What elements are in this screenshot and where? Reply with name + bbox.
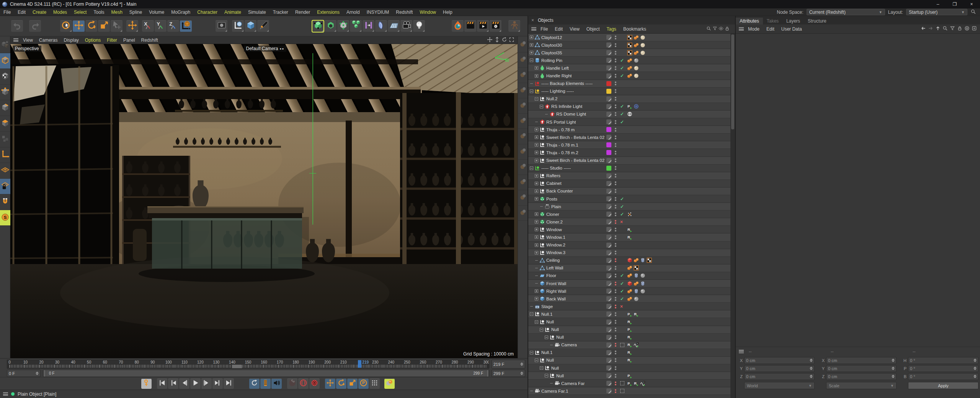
- object-row[interactable]: WindowR: [528, 226, 735, 233]
- spline-pen-button[interactable]: [257, 20, 269, 32]
- playhead[interactable]: 219: [358, 360, 369, 368]
- object-row[interactable]: Rafters: [528, 172, 735, 180]
- objects-menu-view[interactable]: View: [566, 26, 583, 32]
- goto-end-button[interactable]: [224, 378, 234, 389]
- tab-attributes[interactable]: Attributes: [736, 18, 763, 24]
- phong-tag-icon[interactable]: [627, 65, 632, 71]
- layer-color-box[interactable]: [606, 350, 611, 355]
- pan-view-icon[interactable]: [487, 37, 493, 44]
- visibility-dots[interactable]: [615, 181, 616, 185]
- object-row[interactable]: Posts✓: [528, 195, 735, 203]
- object-name[interactable]: Stage: [541, 304, 553, 309]
- viewport-camera-label[interactable]: Default Camera●●: [244, 46, 287, 52]
- visibility-dots[interactable]: [615, 374, 616, 378]
- visibility-dots[interactable]: [615, 82, 616, 85]
- object-row[interactable]: Floor✓: [528, 272, 735, 280]
- object-row[interactable]: Back Counter: [528, 188, 735, 195]
- viewport-view-label[interactable]: Perspective: [13, 46, 41, 52]
- coord-field-x[interactable]: 0 cm: [826, 357, 897, 364]
- object-row[interactable]: Left Wall: [528, 264, 735, 272]
- search-icon[interactable]: [706, 26, 711, 32]
- menu-mograph[interactable]: MoGraph: [168, 10, 194, 15]
- menu-modes[interactable]: Modes: [50, 10, 70, 15]
- edges-mode-button[interactable]: [0, 100, 10, 116]
- visibility-dots[interactable]: [615, 151, 616, 155]
- phong-tag-icon[interactable]: [634, 50, 639, 55]
- menu-tools[interactable]: Tools: [90, 10, 108, 15]
- render-region-button[interactable]: [216, 20, 227, 32]
- object-row[interactable]: Window.3: [528, 249, 735, 257]
- object-name[interactable]: Window.3: [546, 250, 565, 255]
- visibility-dots[interactable]: [615, 305, 616, 308]
- coord-field-y[interactable]: 0 cm: [826, 365, 897, 372]
- expand-toggle[interactable]: [535, 220, 538, 223]
- object-name[interactable]: Handle Left: [546, 66, 569, 70]
- tab-layers[interactable]: Layers: [782, 18, 804, 24]
- object-name[interactable]: Handle Right: [546, 73, 572, 78]
- object-row[interactable]: Camera Far.1: [528, 387, 735, 395]
- objects-menu-edit[interactable]: Edit: [551, 26, 566, 32]
- object-row[interactable]: ----- Lighting -----: [528, 88, 735, 95]
- layer-color-box[interactable]: [606, 166, 611, 171]
- world-dropdown[interactable]: World▼: [744, 382, 815, 389]
- expand-toggle[interactable]: [530, 312, 533, 316]
- lock-icon[interactable]: [725, 26, 730, 32]
- move-tool-button[interactable]: [73, 20, 85, 32]
- enabled-check-icon[interactable]: ✓: [620, 111, 624, 117]
- object-name[interactable]: Null.1: [541, 312, 552, 316]
- range-grip-right[interactable]: [486, 370, 489, 377]
- layer-color-box[interactable]: [606, 119, 611, 124]
- layer-color-box[interactable]: [606, 296, 611, 301]
- redshift-button[interactable]: [452, 20, 464, 32]
- lock-y-axis-button[interactable]: Y: [155, 20, 167, 32]
- object-row[interactable]: Null.1PR: [528, 310, 735, 318]
- object-row[interactable]: Stage×: [528, 303, 735, 310]
- menu-character[interactable]: Character: [194, 10, 221, 15]
- ptag-tag-icon[interactable]: P: [627, 327, 632, 332]
- rtag-tag-icon[interactable]: R: [627, 319, 632, 325]
- expand-toggle[interactable]: [535, 235, 538, 239]
- object-row[interactable]: Handle Right✓: [528, 72, 735, 80]
- layer-color-box[interactable]: [606, 58, 611, 63]
- visibility-dots[interactable]: [615, 220, 616, 224]
- layer-color-box[interactable]: [606, 35, 611, 40]
- visibility-dots[interactable]: [615, 235, 616, 239]
- uvw-tag-icon[interactable]: [627, 35, 632, 40]
- object-name[interactable]: Right Wall: [546, 289, 566, 294]
- sculpt-tool-6-button[interactable]: [518, 114, 528, 129]
- object-row[interactable]: ----- Studio -----: [528, 165, 735, 172]
- object-row[interactable]: Cloner✓: [528, 210, 735, 218]
- object-name[interactable]: Sweet Birch - Betula Lenta 02: [546, 135, 604, 140]
- object-name[interactable]: Camera Far.1: [541, 389, 568, 393]
- object-row[interactable]: NullR: [528, 334, 735, 341]
- layer-color-box[interactable]: [606, 304, 611, 309]
- expand-toggle[interactable]: [535, 212, 538, 216]
- visibility-dots[interactable]: [615, 104, 616, 108]
- matgray-tag-icon[interactable]: [634, 58, 639, 63]
- menu-window[interactable]: Window: [416, 10, 439, 15]
- object-name[interactable]: Window.2: [546, 243, 565, 247]
- viewport-menu-panel[interactable]: Panel: [120, 38, 138, 43]
- object-name[interactable]: Camera Far: [561, 381, 585, 386]
- live-selection-button[interactable]: [60, 20, 72, 32]
- object-name[interactable]: Null: [551, 366, 559, 370]
- search-icon[interactable]: [942, 26, 948, 32]
- object-row[interactable]: NullP: [528, 326, 735, 334]
- object-name[interactable]: RS Dome Light: [556, 112, 586, 116]
- layer-color-box[interactable]: [606, 281, 611, 286]
- object-name[interactable]: Null: [556, 335, 564, 339]
- light-button[interactable]: [413, 20, 425, 32]
- menu-render[interactable]: Render: [292, 10, 314, 15]
- texture-mode-button[interactable]: [0, 69, 10, 85]
- visibility-dots[interactable]: [615, 143, 616, 147]
- object-row[interactable]: Window.2: [528, 241, 735, 249]
- filter-icon[interactable]: [712, 26, 717, 32]
- enabled-check-icon[interactable]: ✓: [620, 273, 624, 278]
- object-name[interactable]: Window.1: [546, 235, 565, 240]
- object-row[interactable]: Thuja - 0.78 m.2: [528, 149, 735, 157]
- model-mode-button[interactable]: [0, 53, 10, 69]
- object-name[interactable]: Null.1: [541, 350, 552, 355]
- object-row[interactable]: Sweet Birch - Betula Lenta 02.1: [528, 157, 735, 165]
- phong-tag-icon[interactable]: [627, 289, 632, 294]
- expand-toggle[interactable]: [535, 66, 538, 70]
